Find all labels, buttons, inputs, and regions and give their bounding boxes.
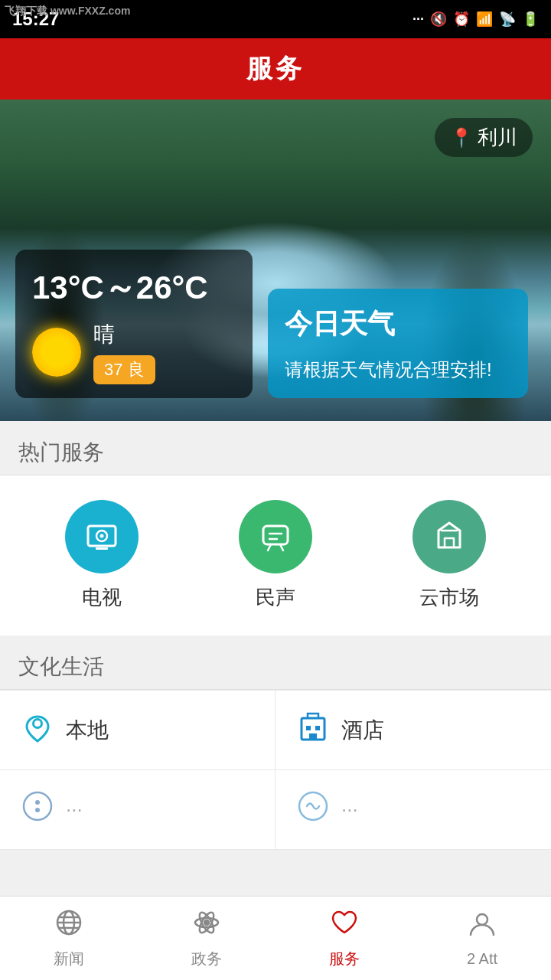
svg-rect-4: [263, 526, 288, 544]
location-name: 利川: [478, 124, 517, 151]
pin-icon: 📍: [450, 127, 473, 149]
svg-point-11: [24, 792, 51, 820]
status-bar: 飞翔下载 www.FXXZ.com 15:27 ··· 🔇 ⏰ 📶 📡 🔋: [0, 0, 551, 38]
government-label: 政务: [191, 949, 222, 969]
nav-item-service[interactable]: 服务: [276, 908, 413, 969]
today-weather-desc: 请根据天气情况合理安排!: [285, 355, 511, 384]
hotel-icon: [297, 710, 329, 750]
culture-item-local[interactable]: 本地: [0, 691, 276, 770]
weather-card-right: 今日天气 请根据天气情况合理安排!: [268, 289, 528, 398]
bottom-nav: 新闻 政务 服务 2 Att: [0, 896, 551, 980]
svg-rect-8: [306, 726, 311, 730]
location-badge[interactable]: 📍 利川: [435, 118, 533, 157]
market-label: 云市场: [419, 584, 479, 611]
cultural-life-header: 文化生活: [0, 635, 551, 690]
more2-icon: [297, 790, 329, 829]
svg-point-12: [35, 800, 40, 805]
more2-label: ···: [341, 798, 358, 822]
svg-rect-9: [315, 726, 320, 730]
sun-icon: [32, 328, 81, 377]
svg-point-20: [204, 920, 209, 925]
person-icon: [468, 910, 497, 946]
svg-point-24: [477, 914, 487, 925]
hot-services-header: 热门服务: [0, 421, 551, 475]
weather-banner: 📍 利川 13°C～26°C 晴 37 良 今日天气 请根据天气情况合理安排!: [0, 100, 551, 421]
battery-icon: 🔋: [522, 11, 539, 28]
temperature-range: 13°C～26°C: [32, 266, 236, 309]
status-icons: ··· 🔇 ⏰ 📶 📡 🔋: [412, 11, 539, 28]
culture-item-more1[interactable]: ···: [0, 770, 276, 850]
svg-rect-1: [96, 547, 108, 550]
profile-label: 2 Att: [467, 950, 497, 968]
more1-icon: [21, 790, 54, 829]
clock-icon: ⏰: [453, 11, 470, 28]
signal-dots-icon: ···: [412, 11, 424, 28]
nav-item-government[interactable]: 政务: [138, 908, 276, 969]
tv-icon: [65, 500, 139, 573]
service-item-voice[interactable]: 民声: [239, 500, 312, 611]
svg-point-13: [35, 808, 40, 812]
culture-grid: 本地 酒店 ···: [0, 690, 551, 850]
service-item-market[interactable]: 云市场: [412, 500, 486, 611]
atom-icon: [192, 908, 221, 944]
service-label: 服务: [329, 949, 360, 969]
watermark: 飞翔下载 www.FXXZ.com: [5, 5, 130, 18]
service-item-tv[interactable]: 电视: [65, 500, 139, 611]
news-label: 新闻: [54, 949, 84, 969]
nav-item-news[interactable]: 新闻: [0, 908, 138, 969]
weather-text: 晴 37 良: [93, 320, 155, 384]
voice-icon: [239, 500, 312, 573]
svg-point-3: [100, 534, 104, 538]
services-row: 电视 民声 云市场: [0, 475, 551, 635]
aqi-badge: 37 良: [93, 355, 155, 384]
heart-icon: [330, 908, 359, 944]
svg-point-6: [34, 720, 41, 727]
more1-label: ···: [66, 798, 83, 822]
local-label: 本地: [66, 716, 109, 745]
wifi-icon: 📶: [476, 11, 493, 28]
hotel-label: 酒店: [341, 716, 384, 745]
silent-icon: 🔇: [430, 11, 447, 28]
culture-item-hotel[interactable]: 酒店: [276, 691, 551, 770]
local-icon: [21, 710, 54, 750]
signal-icon: 📡: [499, 11, 516, 28]
weather-row: 晴 37 良: [32, 320, 236, 384]
app-title: 服务: [246, 51, 305, 87]
tv-label: 电视: [82, 584, 122, 611]
svg-rect-10: [309, 733, 317, 740]
voice-label: 民声: [256, 584, 295, 611]
nav-item-profile[interactable]: 2 Att: [413, 910, 551, 968]
today-weather-title: 今日天气: [285, 305, 511, 343]
market-icon: [412, 500, 486, 573]
globe-icon: [54, 908, 83, 944]
cultural-life-section: 文化生活 本地 酒店: [0, 635, 551, 850]
weather-card-left: 13°C～26°C 晴 37 良: [15, 250, 253, 398]
weather-condition: 晴: [93, 320, 155, 349]
culture-item-more2[interactable]: ···: [276, 770, 551, 850]
app-bar: 服务: [0, 38, 551, 100]
